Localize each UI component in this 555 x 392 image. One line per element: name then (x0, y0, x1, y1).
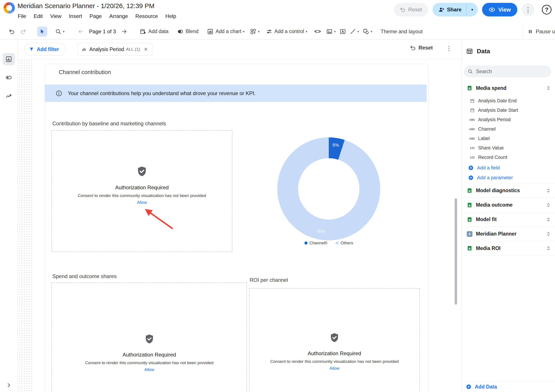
trending-up-icon (6, 93, 12, 99)
search-input[interactable] (475, 68, 541, 75)
menu-item-arrange[interactable]: Arrange (106, 12, 132, 20)
menu-item-help[interactable]: Help (162, 12, 180, 20)
embed-url-button[interactable]: <> (314, 28, 321, 35)
info-banner[interactable]: Your channel contributions help you unde… (45, 85, 427, 102)
community-viz-placeholder-spend[interactable]: Authorization Required Consent to render… (51, 282, 247, 392)
data-source-media-roi[interactable]: Media ROI (461, 241, 555, 256)
filter-reset-button[interactable]: Reset (410, 45, 433, 51)
redo-button[interactable] (18, 27, 28, 36)
filter-bar-more-button[interactable]: ⋮ (446, 45, 452, 52)
menu-item-view[interactable]: View (46, 12, 65, 20)
data-source-meridian-planner[interactable]: Meridian Planner (461, 227, 555, 241)
sheets-icon (467, 202, 472, 208)
allow-link[interactable]: Allow (137, 200, 147, 205)
looker-studio-logo-icon[interactable] (3, 2, 15, 14)
allow-link[interactable]: Allow (144, 367, 154, 372)
undo-button[interactable] (7, 27, 17, 36)
legend-item-channel0[interactable]: Channel0 (304, 241, 327, 245)
add-data-button[interactable]: Add Data (461, 381, 555, 392)
donut-chart[interactable]: 5% 95% (277, 137, 380, 240)
data-source-media-outcome[interactable]: Media outcome (461, 198, 555, 212)
blend-label: Blend (185, 29, 198, 34)
help-button[interactable]: ? (542, 5, 552, 15)
reset-button[interactable]: Reset (394, 3, 428, 16)
expand-source-button[interactable] (546, 246, 551, 251)
vertical-scrollbar[interactable] (455, 198, 457, 304)
document-title[interactable]: Meridian Scenario Planner - 1/20/26, 12:… (17, 2, 154, 10)
rail-insights-button[interactable] (3, 90, 15, 102)
field-analysis-date-start[interactable]: Analysis Date Start (461, 106, 555, 115)
next-page-button[interactable] (119, 27, 129, 36)
data-source-media-spend[interactable]: Media spend (461, 82, 555, 94)
auth-required-title: Authorization Required (308, 350, 361, 356)
field-record-count[interactable]: 123 Record Count (461, 153, 555, 162)
image-icon (326, 29, 332, 35)
menu-item-edit[interactable]: Edit (30, 12, 46, 20)
insert-line-button[interactable]: ▾ (350, 29, 359, 35)
data-panel-title: Data (477, 48, 490, 55)
select-tool-button[interactable] (37, 27, 47, 37)
expand-source-button[interactable] (546, 188, 551, 193)
report-page[interactable]: Channel contribution Your channel contri… (45, 64, 428, 392)
legend-item-others[interactable]: Others (336, 241, 353, 245)
looker-studio-app: Meridian Scenario Planner - 1/20/26, 12:… (0, 0, 555, 392)
insert-text-button[interactable] (340, 29, 346, 35)
rail-report-pages-button[interactable] (3, 53, 15, 65)
rail-controls-button[interactable] (3, 71, 15, 84)
data-panel: Data Media spend Analysis Date End Analy… (461, 39, 555, 392)
collapse-source-button[interactable] (546, 85, 551, 91)
eye-icon (489, 6, 495, 13)
menu-item-file[interactable]: File (14, 12, 30, 20)
share-button[interactable]: Share (433, 3, 467, 16)
add-control-button[interactable]: Add a control ▾ (266, 29, 307, 35)
share-split-button: Share ▾ (433, 3, 478, 16)
filter-reset-label: Reset (419, 45, 433, 51)
community-connector-icon (467, 231, 472, 237)
previous-page-button[interactable] (76, 27, 86, 36)
shape-icon (363, 29, 369, 35)
remove-filter-button[interactable] (143, 47, 148, 52)
add-chart-button[interactable]: Add a chart ▾ (207, 29, 244, 35)
community-viz-placeholder-contribution[interactable]: Authorization Required Consent to render… (51, 130, 232, 252)
chevron-right-icon (6, 382, 12, 388)
data-source-model-diagnostics[interactable]: Model diagnostics (461, 183, 555, 198)
menu-item-resource[interactable]: Resource (132, 12, 162, 20)
add-a-parameter-button[interactable]: Add a parameter (461, 173, 555, 183)
expand-rail-button[interactable] (0, 382, 17, 388)
unfold-more-icon (546, 246, 551, 251)
menu-item-insert[interactable]: Insert (65, 12, 86, 20)
field-channel[interactable]: ABC Channel (461, 125, 555, 134)
add-filter-button[interactable]: Add filter (24, 43, 65, 56)
analysis-period-filter-chip[interactable]: Analysis Period ALL (1) (77, 43, 153, 56)
share-dropdown-button[interactable]: ▾ (466, 3, 478, 16)
field-label[interactable]: ABC Label (461, 134, 555, 143)
insert-image-button[interactable]: ▾ (326, 29, 336, 35)
community-viz-placeholder-roi[interactable]: Authorization Required Consent to render… (249, 288, 420, 392)
insert-shape-button[interactable]: ▾ (363, 29, 372, 35)
blend-button[interactable]: Blend (177, 29, 198, 35)
page-indicator[interactable]: Page 1 of 3 (89, 29, 116, 35)
community-visualizations-button[interactable]: ▾ (250, 29, 260, 35)
field-analysis-date-end[interactable]: Analysis Date End (461, 96, 555, 106)
field-share-value[interactable]: 123 Share Value (461, 143, 555, 153)
menu-item-page[interactable]: Page (86, 12, 106, 20)
pause-updates-button[interactable]: Pause u (527, 29, 555, 35)
more-options-button[interactable]: ⋮ (522, 3, 534, 16)
shield-check-icon (329, 333, 340, 343)
add-control-label: Add a control (274, 29, 304, 34)
sheets-icon (467, 188, 472, 193)
field-list: Analysis Date End Analysis Date Start AB… (461, 96, 555, 162)
theme-and-layout-button[interactable]: Theme and layout (381, 29, 423, 35)
add-data-button[interactable]: Add data (140, 29, 168, 35)
expand-source-button[interactable] (546, 231, 551, 237)
field-search[interactable] (464, 66, 551, 77)
allow-link[interactable]: Allow (329, 366, 339, 371)
expand-source-button[interactable] (546, 217, 551, 222)
field-analysis-period[interactable]: ABC Analysis Period (461, 115, 555, 125)
zoom-tool-button[interactable]: ▾ (55, 29, 65, 35)
data-source-model-fit[interactable]: Model fit (461, 212, 555, 227)
add-a-field-button[interactable]: Add a field (461, 163, 555, 173)
report-canvas: Add filter Analysis Period ALL (1) Reset… (18, 39, 461, 392)
expand-source-button[interactable] (546, 202, 551, 208)
view-button[interactable]: View (482, 3, 517, 16)
